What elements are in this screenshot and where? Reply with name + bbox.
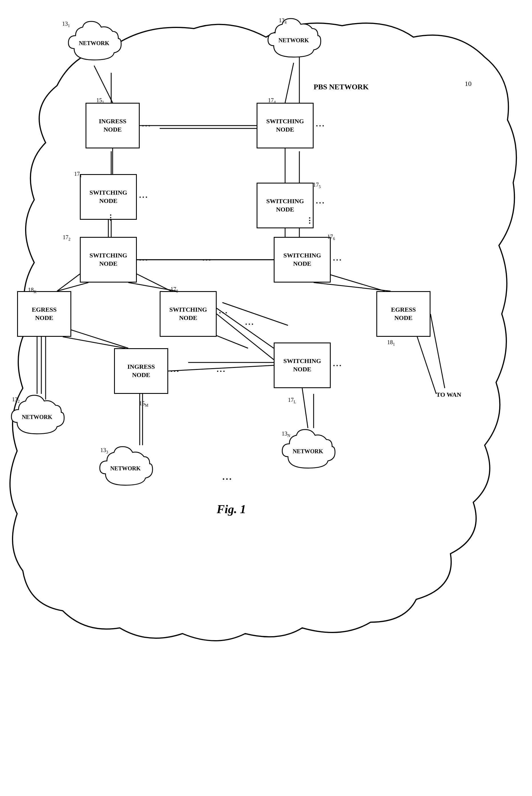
diagram: NETWORK NETWORK NETWORK NETWORK NETWORK … [0,0,532,796]
svg-line-33 [57,283,88,291]
dots-sw5-right: ··· [316,198,325,207]
ref-15-1: 151 [96,97,104,105]
ref-17-6: 176 [327,233,335,241]
dots-bottom-center: ··· [222,474,233,484]
dots-center-1: ··· [203,255,212,265]
pbs-network-label: PBS NETWORK [314,83,369,91]
svg-line-11 [328,274,385,291]
dots-ingress-M-right: ··· [170,367,180,376]
dots-sw6-vertical: ··· [305,217,314,224]
egress-node-K: EGRESSNODE [17,291,71,337]
ref-17-5: 175 [313,182,321,189]
ref-18-1: 181 [387,339,395,347]
egress-node-1: EGRESSNODE [376,291,431,337]
dots-diag-1: ··· [245,320,254,329]
svg-line-8 [57,274,80,291]
ref-17-1: 171 [74,171,82,178]
network-cloud-4: NETWORK [265,17,322,63]
ref-10: 10 [465,80,472,88]
ref-18-K: 18K [28,287,37,294]
switching-node-L: SWITCHINGNODE [274,343,331,388]
svg-line-26 [285,63,294,103]
to-wan-label: TO WAN [436,391,461,398]
svg-text:NETWORK: NETWORK [79,40,110,46]
svg-line-41 [431,314,445,388]
switching-node-3: SWITCHINGNODE [160,291,217,337]
svg-text:NETWORK: NETWORK [22,414,53,420]
ref-13-N: 13N [282,430,290,438]
switching-node-2: SWITCHINGNODE [80,237,137,283]
svg-text:NETWORK: NETWORK [110,465,141,471]
figure-label: Fig. 1 [217,502,246,516]
svg-text:NETWORK: NETWORK [293,448,323,454]
svg-text:NETWORK: NETWORK [279,37,309,43]
dots-sw6-right: ··· [333,255,342,265]
ref-17-4: 174 [268,97,276,105]
dots-sw12-vert: ··· [106,214,115,222]
switching-node-1: SWITCHINGNODE [80,174,137,220]
dots-sw4-right: ··· [316,121,325,130]
ref-15-M: 15M [139,400,148,408]
ref-17-3: 173 [170,286,178,294]
dots-sw2-right: ··· [139,255,149,265]
dots-swL-right: ··· [333,361,342,370]
network-cloud-1: NETWORK [65,20,122,66]
dots-sw3-right: ··· [219,308,228,318]
switching-node-4: SWITCHINGNODE [256,103,314,148]
ref-17-L: 17L [288,397,296,404]
ref-17-2: 172 [63,234,71,242]
dots-sw1-right: ··· [139,193,149,202]
ref-13-3: 133 [100,447,108,455]
svg-line-34 [128,283,177,291]
svg-line-38 [63,337,126,348]
ingress-node-1: INGRESSNODE [86,103,140,148]
ref-13-2: 132 [12,396,20,404]
ref-13-1: 131 [62,21,70,28]
svg-line-36 [314,283,391,291]
svg-line-9 [137,274,171,291]
svg-line-10 [222,303,288,325]
ref-13-4: 134 [279,17,287,25]
switching-node-6: SWITCHINGNODE [274,237,331,283]
svg-line-40 [302,388,308,428]
ingress-node-M: INGRESSNODE [114,348,168,394]
dots-ingress-1-right: ··· [142,121,151,130]
dots-center-2: ··· [217,367,226,376]
